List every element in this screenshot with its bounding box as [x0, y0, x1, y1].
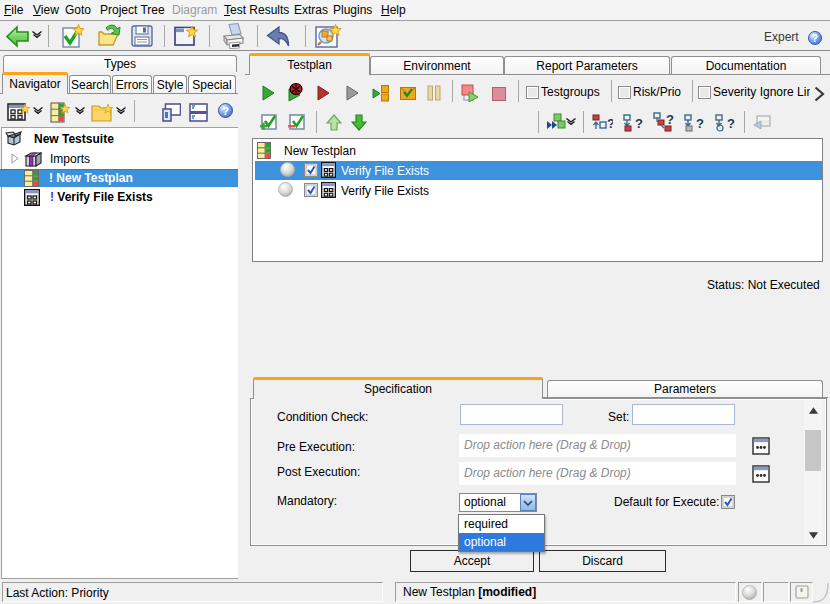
svg-text:?: ? — [727, 116, 735, 131]
svg-text:?: ? — [635, 116, 643, 131]
svg-text:?: ? — [666, 112, 674, 127]
svg-text:?: ? — [812, 33, 818, 44]
svg-text:?: ? — [607, 116, 613, 131]
svg-text:?: ? — [222, 105, 229, 117]
svg-text:?: ? — [696, 116, 704, 131]
